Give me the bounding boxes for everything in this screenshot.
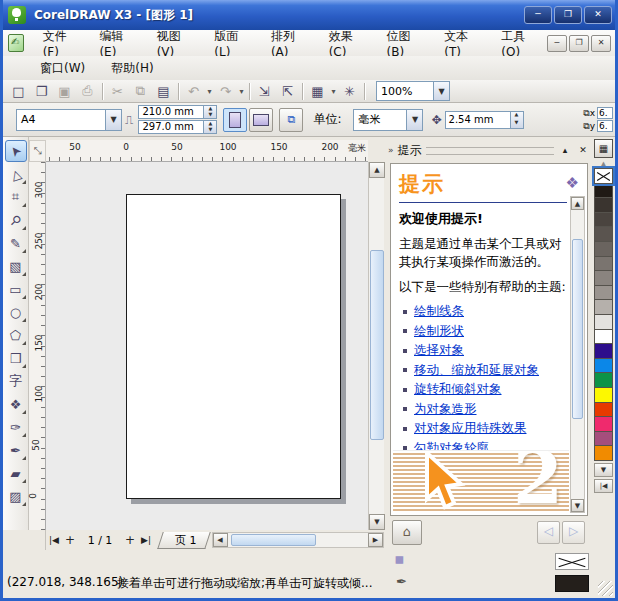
undo-dropdown-icon[interactable]: ▾ [205, 87, 214, 96]
new-document-button[interactable]: □ [7, 81, 30, 102]
last-page-button[interactable]: ▶| [138, 535, 154, 545]
maximize-button[interactable]: ❐ [554, 6, 582, 24]
text-tool[interactable]: 字 [5, 370, 27, 392]
palette-scroll-down-button[interactable]: ▼ [594, 463, 613, 477]
application-launcher-button[interactable]: ▦ [306, 81, 329, 102]
ellipse-tool[interactable]: ○ [5, 301, 27, 323]
vertical-ruler[interactable]: 300250200150100500 [29, 162, 46, 530]
scroll-down-icon[interactable]: ▼ [571, 499, 584, 512]
paper-width-value[interactable]: 210.0 mm [138, 105, 204, 119]
nudge-offset-value[interactable]: 2.54 mm [445, 111, 511, 129]
add-page-after-button[interactable]: + [122, 533, 138, 547]
add-page-before-button[interactable]: + [62, 533, 78, 547]
color-swatch-60-percent-black[interactable] [594, 241, 613, 257]
nudge-offset-spinner[interactable]: ▲▼ [511, 111, 524, 129]
paper-width-field[interactable]: 210.0 mm ▲▼ [138, 105, 217, 119]
duplicate-y-value[interactable]: 6. [597, 120, 613, 132]
horizontal-ruler[interactable]: 毫米 50050100150200 [46, 140, 368, 162]
chevron-down-icon[interactable]: ▼ [406, 110, 422, 130]
fill-tool[interactable]: ▰ [5, 462, 27, 484]
import-button[interactable]: ⇲ [253, 81, 276, 102]
palette-options-icon[interactable]: ▦ [594, 139, 613, 158]
landscape-button[interactable] [249, 108, 273, 132]
color-swatch-orange[interactable] [594, 445, 613, 461]
basic-shapes-tool[interactable]: ❒ [5, 347, 27, 369]
color-swatch-yellow[interactable] [594, 387, 613, 403]
interactive-fill-tool[interactable]: ▨ [5, 485, 27, 507]
hint-topic-link-5[interactable]: 为对象造形 [414, 401, 477, 418]
paper-width-spinner[interactable]: ▲▼ [204, 105, 217, 119]
zoom-tool[interactable]: ⚲ [5, 209, 27, 231]
portrait-button[interactable] [223, 108, 247, 132]
ruler-origin-icon[interactable]: ⤡ [29, 140, 46, 162]
color-swatch-mauve[interactable] [594, 431, 613, 447]
color-swatch-white[interactable] [594, 329, 613, 345]
first-page-button[interactable]: |◀ [46, 535, 62, 545]
scroll-left-icon[interactable]: ◀ [213, 533, 228, 547]
horizontal-scroll-thumb[interactable] [231, 534, 316, 546]
paste-button[interactable]: ▤ [152, 81, 175, 102]
hint-topic-link-0[interactable]: 绘制线条 [414, 303, 464, 320]
docker-title-bar[interactable]: » 提示 ▴ ✕ [388, 141, 590, 159]
color-swatch-40-percent-black[interactable] [594, 270, 613, 286]
color-swatch-black[interactable] [594, 183, 613, 199]
canvas-horizontal-scrollbar[interactable]: ◀ ▶ [212, 532, 385, 548]
forward-button[interactable]: ▷ [562, 521, 585, 544]
shape-tool[interactable]: △ [5, 163, 27, 185]
drawing-page[interactable] [126, 194, 341, 499]
hint-topic-link-4[interactable]: 旋转和倾斜对象 [414, 381, 502, 398]
hint-topic-link-6[interactable]: 对对象应用特殊效果 [414, 420, 527, 437]
crop-tool[interactable]: ⌗ [5, 186, 27, 208]
smart-fill-tool[interactable]: ▧ [5, 255, 27, 277]
color-swatch-blue-violet[interactable] [594, 343, 613, 359]
export-button[interactable]: ⇱ [276, 81, 299, 102]
color-swatch-30-percent-black[interactable] [594, 285, 613, 301]
palette-expand-button[interactable]: |◀ [594, 479, 613, 493]
chevron-down-icon[interactable]: ▼ [433, 82, 449, 100]
document-minimize-button[interactable]: ─ [547, 35, 567, 52]
window-resize-grip[interactable] [598, 581, 613, 596]
menu-item-row2-1[interactable]: 帮助(H) [98, 58, 166, 79]
duplicate-x-value[interactable]: 6. [597, 107, 613, 119]
redo-dropdown-icon[interactable]: ▾ [237, 87, 246, 96]
nudge-offset-field[interactable]: 2.54 mm ▲▼ [445, 111, 524, 129]
color-swatch-magenta[interactable] [594, 416, 613, 432]
scroll-up-icon[interactable]: ▲ [571, 197, 584, 210]
close-button[interactable]: ✕ [584, 6, 612, 24]
help-book-icon[interactable]: ❖ [566, 174, 579, 192]
color-swatch-10-percent-black[interactable] [594, 314, 613, 330]
document-close-button[interactable]: ✕ [591, 35, 611, 52]
color-swatch-green[interactable] [594, 372, 613, 388]
hint-topic-link-2[interactable]: 选择对象 [414, 342, 464, 359]
all-pages-toggle[interactable]: ⧉ [279, 108, 303, 132]
home-button[interactable]: ⌂ [392, 520, 422, 545]
hint-topic-link-1[interactable]: 绘制形状 [414, 323, 464, 340]
pick-tool[interactable]: ➤ [5, 140, 27, 162]
color-swatch-blue[interactable] [594, 358, 613, 374]
scroll-down-icon[interactable]: ▼ [369, 514, 385, 530]
document-restore-button[interactable]: ❐ [569, 35, 589, 52]
docker-close-icon[interactable]: ✕ [576, 145, 590, 155]
redo-button[interactable]: ↷ [214, 81, 237, 102]
freehand-tool[interactable]: ✎ [5, 232, 27, 254]
chevron-down-icon[interactable]: ▼ [105, 110, 121, 130]
page-tab[interactable]: 页 1 [157, 532, 210, 549]
cut-button[interactable]: ✂ [106, 81, 129, 102]
vertical-scroll-thumb[interactable] [370, 250, 384, 440]
interactive-blend-tool[interactable]: ❖ [5, 393, 27, 415]
undo-button[interactable]: ↶ [182, 81, 205, 102]
document-window-icon[interactable] [8, 34, 24, 52]
outline-pen-tool[interactable]: ✒ [5, 439, 27, 461]
scroll-up-icon[interactable]: ▲ [369, 162, 385, 178]
paper-preset-combo[interactable]: A4 ▼ [16, 109, 122, 131]
print-document-button[interactable]: ⎙ [76, 81, 99, 102]
color-swatch-red[interactable] [594, 402, 613, 418]
rectangle-tool[interactable]: ▭ [5, 278, 27, 300]
drawing-canvas[interactable] [46, 162, 368, 530]
color-swatch-50-percent-black[interactable] [594, 256, 613, 272]
docker-grip-icon[interactable]: » [388, 145, 394, 155]
docker-collapse-icon[interactable]: ▴ [558, 145, 572, 155]
docker-scroll-thumb[interactable] [572, 239, 583, 419]
minimize-button[interactable]: ─ [524, 6, 552, 24]
docker-scrollbar[interactable]: ▲ ▼ [570, 196, 585, 513]
